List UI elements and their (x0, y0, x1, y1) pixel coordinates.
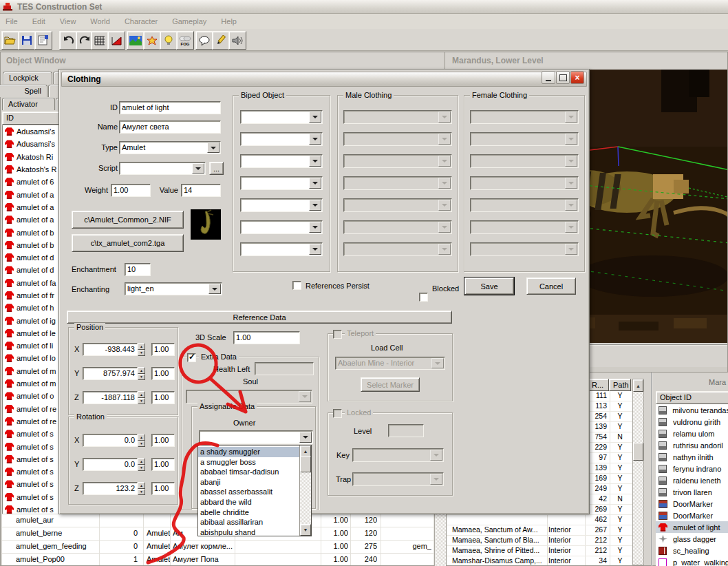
owner-option[interactable]: abbard the wild (198, 497, 299, 507)
cell-row[interactable]: Mamshar-Disamus Camp,... Interior 34 Y (447, 556, 632, 565)
cell-object-row[interactable]: ​ relamu ulom (656, 428, 728, 439)
references-persist-checkbox[interactable] (292, 281, 301, 290)
menu-item[interactable]: World (90, 17, 110, 25)
object-list-item[interactable]: amulet of ig (3, 314, 62, 326)
object-list-item[interactable]: Adusamsi's (3, 138, 62, 150)
rotation-scale-field[interactable]: 1.00 (151, 458, 175, 471)
scale-field[interactable]: 1.00 (233, 331, 300, 344)
cell-object-row[interactable]: ​ glass dagger (656, 533, 728, 545)
object-list-item[interactable]: amulet of s (3, 465, 62, 478)
owner-popup-list[interactable]: a shady smugglera smuggler bossababael t… (197, 445, 312, 536)
owner-option[interactable]: abelle chriditte (198, 507, 299, 518)
rotation-value-field[interactable]: 0.0 (83, 458, 138, 471)
texture-file-button[interactable]: c\tx_amulet_com2.tga (72, 234, 184, 252)
tab-spell[interactable]: Spell (0, 85, 47, 97)
model-file-button[interactable]: c\Amulet_Common_2.NIF (72, 211, 184, 229)
cancel-button[interactable]: Cancel (526, 277, 576, 295)
sound-icon[interactable] (228, 31, 246, 50)
biped-dropdown[interactable] (240, 198, 323, 212)
type-dropdown[interactable]: Amulet (119, 141, 221, 154)
position-scale-field[interactable]: 1.00 (151, 367, 175, 380)
owner-option[interactable]: abibaal assillariran (198, 517, 299, 527)
name-field[interactable]: Амулет света (119, 120, 221, 134)
object-list-item[interactable]: amulet of s (3, 453, 62, 465)
biped-dropdown[interactable] (240, 110, 323, 124)
vertex-color-icon[interactable] (143, 31, 161, 50)
cell-object-row[interactable]: ​ p_water_walking (656, 556, 728, 566)
object-list-item[interactable]: amulet of s (3, 440, 62, 452)
object-list-item[interactable]: amulet of li (3, 339, 62, 352)
biped-dropdown[interactable] (240, 220, 323, 234)
object-list-item[interactable]: amulet of h (3, 302, 62, 314)
object-list-item[interactable]: amulet of 6 (3, 176, 62, 188)
object-list-item[interactable]: amulet of m (3, 377, 62, 390)
object-list-item[interactable]: amulet of b (3, 239, 62, 251)
owner-option[interactable]: abanji (198, 477, 299, 488)
cell-row[interactable]: 462 Y (447, 515, 632, 525)
weight-field[interactable]: 1.00 (111, 184, 151, 197)
object-list-item[interactable]: amulet of re (3, 415, 62, 428)
owner-option[interactable]: ababael timsar-dadisun (198, 467, 299, 477)
owner-dropdown[interactable] (199, 430, 313, 444)
cell-object-row[interactable]: ​ trivon llaren (656, 486, 728, 498)
open-icon[interactable] (1, 31, 19, 50)
maximize-button[interactable] (556, 71, 570, 84)
object-list-item[interactable]: Adusamsi's (3, 125, 62, 138)
cell-object-row[interactable]: ​ DoorMarker (656, 510, 728, 521)
menu-item[interactable]: Gameplay (172, 17, 206, 25)
landscape-edit-icon[interactable] (127, 31, 144, 50)
object-list-item[interactable]: amulet of a (3, 213, 62, 226)
object-list-item[interactable]: Akatosh Ri (3, 151, 62, 163)
object-list-item[interactable]: amulet of s (3, 491, 62, 503)
script-edit-icon[interactable] (212, 31, 230, 50)
cell-object-row[interactable]: ​ milvonu terandas (656, 404, 728, 416)
biped-dropdown[interactable] (240, 132, 323, 146)
cell-list-scrollbar[interactable]: ▲ (632, 379, 644, 565)
object-list-item[interactable]: amulet of re (3, 403, 62, 415)
properties-icon[interactable] (34, 31, 52, 50)
save-button[interactable]: Save (464, 277, 514, 295)
save-icon[interactable] (18, 31, 36, 50)
object-list-item[interactable]: amulet of s (3, 478, 62, 490)
light-icon[interactable] (160, 31, 178, 50)
position-value-field[interactable]: -1887.118 (83, 391, 138, 404)
id-column-header[interactable]: ID (2, 112, 61, 125)
cell-object-row[interactable]: ​ sc_healing (656, 545, 728, 556)
dialog-titlebar[interactable]: Clothing (61, 72, 587, 87)
rotation-value-field[interactable]: 123.2 (83, 482, 138, 495)
value-field[interactable]: 14 (181, 184, 221, 197)
tab-lockpick[interactable]: Lockpick (3, 72, 52, 84)
object-list-item[interactable]: amulet of a (3, 188, 62, 200)
biped-dropdown[interactable] (240, 176, 323, 190)
cell-object-row[interactable]: ​ DoorMarker (656, 498, 728, 510)
object-list-item[interactable]: Akatosh's R (3, 163, 62, 176)
fog-icon[interactable]: FOG (176, 31, 194, 50)
scroll-up-icon[interactable]: ▲ (633, 379, 643, 392)
owner-option[interactable]: abassel asserbassalit (198, 487, 299, 497)
owner-option[interactable]: abishpulu shand (198, 527, 299, 536)
object-list-item[interactable]: amulet of b (3, 226, 62, 238)
rotation-scale-field[interactable]: 1.00 (151, 482, 175, 495)
spinner[interactable]: ▲▼ (138, 391, 145, 404)
object-list-item[interactable]: amulet of d (3, 264, 62, 276)
undo-icon[interactable] (59, 31, 77, 50)
spinner[interactable]: ▲▼ (138, 343, 145, 356)
rotation-value-field[interactable]: 0.0 (83, 434, 138, 447)
object-list-item[interactable]: amulet of a (3, 201, 62, 213)
id-field[interactable]: amulet of light (119, 101, 221, 114)
object-list-item[interactable]: amulet of s (3, 428, 62, 440)
menu-item[interactable]: View (60, 17, 76, 25)
position-value-field[interactable]: 8757.974 (83, 367, 138, 380)
menu-item[interactable]: Help (221, 17, 237, 25)
close-button[interactable]: × (570, 71, 584, 84)
object-list-item[interactable]: amulet of o (3, 390, 62, 402)
spinner[interactable]: ▲▼ (138, 482, 145, 495)
cell-object-row[interactable]: ​ amulet of light (656, 521, 728, 533)
cell-object-row[interactable]: ​ ruthrisu andoril (656, 439, 728, 451)
biped-dropdown[interactable] (240, 242, 323, 256)
spinner[interactable]: ▲▼ (138, 367, 145, 380)
owner-list-scrollbar[interactable]: ▲ ▼ (299, 446, 311, 536)
tab-activator[interactable]: Activator (2, 98, 55, 110)
objectid-column-header[interactable]: Object ID (656, 391, 728, 404)
object-list-item[interactable]: amulet of fr (3, 289, 62, 302)
